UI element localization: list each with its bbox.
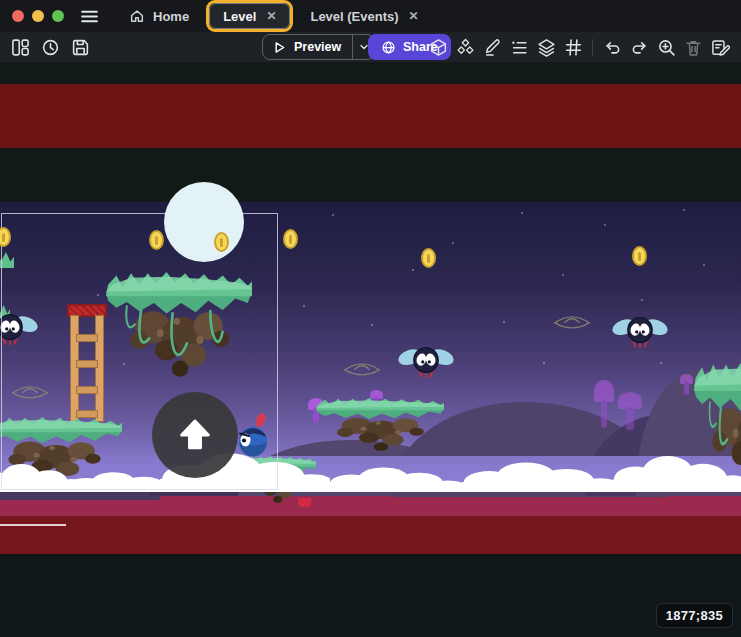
zoom-in-button[interactable] — [654, 35, 678, 59]
mushroom-sprite — [680, 374, 693, 396]
add-object-button[interactable] — [453, 35, 477, 59]
star — [683, 209, 685, 211]
mushroom-sprite — [594, 380, 614, 428]
coin-sprite[interactable] — [214, 232, 229, 252]
star — [503, 321, 505, 323]
pencil-icon — [483, 38, 502, 57]
tab-level-events[interactable]: Level (Events) ✕ — [296, 3, 432, 29]
home-icon — [129, 8, 145, 24]
scene-window-border-fragment — [0, 524, 66, 526]
star — [703, 264, 705, 266]
ufo-outline-sprite — [552, 310, 592, 332]
star — [521, 212, 523, 214]
redo-button[interactable] — [627, 35, 651, 59]
toolbar-right-group — [426, 35, 732, 59]
grid-icon — [564, 38, 583, 57]
up-arrow-icon — [169, 409, 221, 461]
layers-button[interactable] — [534, 35, 558, 59]
mushroom-sprite — [618, 392, 642, 430]
cloud-sprite[interactable] — [328, 462, 463, 492]
bat-enemy-sprite[interactable] — [612, 310, 668, 352]
globe-icon — [381, 40, 396, 55]
star — [543, 362, 545, 364]
coin-sprite[interactable] — [632, 246, 647, 266]
save-floppy-icon — [71, 38, 90, 57]
toolbar-left-group — [8, 34, 92, 60]
cloud-sprite[interactable] — [612, 448, 741, 492]
star — [371, 324, 373, 326]
delete-button[interactable] — [681, 35, 705, 59]
objects-cluster-icon — [456, 38, 475, 57]
close-tab-icon[interactable]: ✕ — [409, 9, 419, 23]
close-tab-icon[interactable]: ✕ — [266, 9, 276, 23]
tab-level[interactable]: Level ✕ — [209, 3, 290, 29]
star — [660, 362, 662, 364]
history-clock-icon — [41, 38, 60, 57]
grid-button[interactable] — [561, 35, 585, 59]
tab-label: Level (Events) — [310, 9, 398, 24]
gdevelop-window: Home Level ✕ Level (Events) ✕ — [0, 0, 741, 637]
toolbar-divider — [592, 39, 593, 56]
tab-highlight-box: Level ✕ — [206, 0, 293, 32]
trash-icon — [684, 38, 703, 57]
tab-label: Level — [223, 9, 256, 24]
coin-sprite[interactable] — [149, 230, 164, 250]
minimize-window-button[interactable] — [32, 10, 44, 22]
moon-sprite[interactable] — [164, 182, 244, 262]
3d-box-button[interactable] — [426, 35, 450, 59]
instances-list-icon — [510, 38, 529, 57]
tab-bar: Home Level ✕ Level (Events) ✕ — [115, 0, 433, 32]
star — [562, 274, 564, 276]
history-button[interactable] — [38, 35, 62, 59]
close-window-button[interactable] — [12, 10, 24, 22]
coin-sprite[interactable] — [421, 248, 436, 268]
scene-editor-canvas[interactable]: 1877;835 — [0, 62, 741, 637]
bat-enemy-sprite[interactable] — [398, 340, 454, 382]
redo-icon — [630, 38, 649, 57]
hamburger-icon — [80, 7, 99, 26]
tab-label: Home — [153, 9, 189, 24]
instances-list-button[interactable] — [507, 35, 531, 59]
maximize-window-button[interactable] — [52, 10, 64, 22]
titlebar: Home Level ✕ Level (Events) ✕ — [0, 0, 741, 32]
layout-panels-icon — [11, 38, 30, 57]
star — [641, 299, 643, 301]
star — [452, 242, 454, 244]
layout-panels-button[interactable] — [8, 35, 32, 59]
undo-icon — [603, 38, 622, 57]
editor-toolbar: Preview Share — [0, 32, 741, 62]
jump-control-button[interactable] — [152, 392, 238, 478]
ufo-outline-sprite — [342, 357, 382, 379]
zoom-in-icon — [657, 38, 676, 57]
star — [604, 224, 606, 226]
selection-rectangle — [1, 213, 278, 490]
window-controls — [12, 10, 64, 22]
layers-icon — [537, 38, 556, 57]
main-menu-button[interactable] — [78, 5, 101, 28]
edit-note-icon — [711, 38, 730, 57]
save-button[interactable] — [68, 35, 92, 59]
coin-sprite[interactable] — [283, 229, 298, 249]
star — [332, 214, 334, 216]
floating-island-sprite[interactable] — [316, 394, 444, 452]
undo-button[interactable] — [600, 35, 624, 59]
preview-label: Preview — [294, 40, 341, 54]
tab-home[interactable]: Home — [115, 3, 203, 29]
preview-button-group: Preview — [262, 34, 375, 60]
play-icon — [272, 40, 287, 55]
edit-scene-properties-button[interactable] — [708, 35, 732, 59]
star — [303, 305, 305, 307]
star — [412, 269, 414, 271]
edit-button[interactable] — [480, 35, 504, 59]
cloud-sprite[interactable] — [462, 456, 617, 492]
3d-box-icon — [429, 38, 448, 57]
cursor-coordinates-badge: 1877;835 — [656, 603, 733, 628]
preview-button[interactable]: Preview — [263, 35, 352, 59]
